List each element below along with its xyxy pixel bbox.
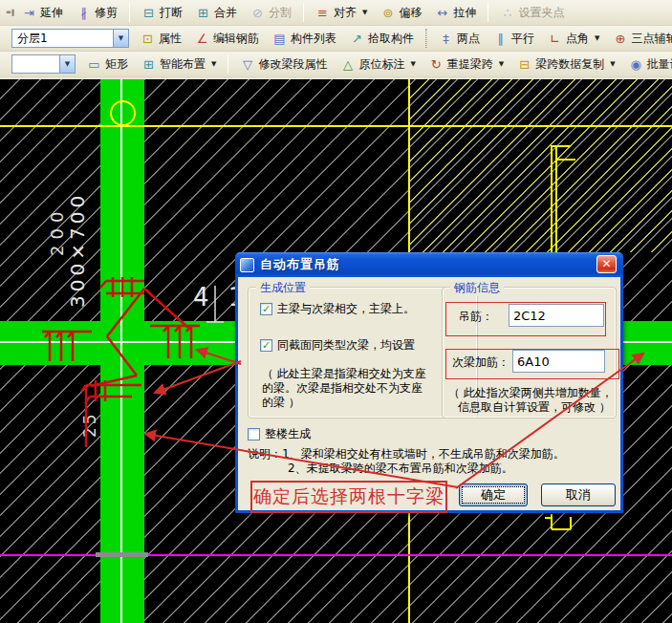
modify-beam-button[interactable]: ▽修改梁段属性 xyxy=(234,54,333,75)
close-icon[interactable]: ✕ xyxy=(596,255,617,273)
insitu-label-label: 原位标注 xyxy=(358,56,404,73)
offset-button[interactable]: ⊚偏移 xyxy=(375,2,427,24)
properties-icon: ⊡ xyxy=(141,32,155,46)
layer-combobox-value: 分层1 xyxy=(11,29,113,48)
component-list-icon: ▤ xyxy=(272,32,287,46)
dialog-titlebar[interactable]: 自动布置吊筋 xyxy=(235,252,623,277)
component-list-label: 构件列表 xyxy=(291,31,336,47)
two-points-icon: ‡ xyxy=(439,32,453,46)
main-secondary-intersect-checkbox[interactable]: ✓ xyxy=(260,303,272,315)
re-extract-span-icon: ↻ xyxy=(429,57,444,72)
offset-icon: ⊚ xyxy=(380,6,395,20)
separator xyxy=(228,54,228,74)
modify-beam-label: 修改梁段属性 xyxy=(258,56,327,73)
copy-span-data-button[interactable]: ⊟梁跨数据复制▼ xyxy=(511,54,620,75)
modify-beam-icon: ▽ xyxy=(240,57,254,72)
properties-button[interactable]: ⊡属性 xyxy=(135,28,187,50)
app-window: =‖ ⇥延伸 ∦修剪 ⊟打断 ⊞合并 ⊘分割 ≡对齐▼ ⊚偏移 ↔拉伸 ∴设置夹… xyxy=(0,0,672,623)
set-grip-icon: ∴ xyxy=(500,6,514,20)
point-angle-icon: ∟ xyxy=(548,32,562,46)
split-icon: ⊘ xyxy=(250,6,265,20)
two-points-button[interactable]: ‡两点 xyxy=(433,28,486,50)
slab-hatch-yellow xyxy=(409,79,672,252)
layer-combobox[interactable]: 分层1 ▼ xyxy=(11,29,129,48)
auto-hanging-rebar-dialog: 自动布置吊筋 ✕ 生成位置 ✓ 主梁与次梁相交，主梁上。 ✓ 同截面同类型次梁，… xyxy=(235,252,623,513)
dialog-note-line2: 2、未提取梁跨的梁不布置吊筋和次梁加筋。 xyxy=(288,461,513,477)
break-button[interactable]: ⊟打断 xyxy=(136,2,188,24)
toolbar-row-beam: ▼ ▼ ▭矩形 ⊞智能布置▼ ▽修改梁段属性 △原位标注▼ ↻重提梁跨▼ ⊟梁跨… xyxy=(0,52,672,77)
align-icon: ≡ xyxy=(315,6,330,20)
parallel-icon: ∥ xyxy=(493,32,508,46)
pick-component-label: 拾取构件 xyxy=(368,31,414,47)
smart-layout-icon: ⊞ xyxy=(141,57,156,72)
batch-identify-button[interactable]: ◉批量识别梁支座 xyxy=(623,54,672,75)
point-angle-label: 点角 xyxy=(566,31,589,47)
stretch-button[interactable]: ↔拉伸 xyxy=(429,2,482,24)
whole-building-label: 整楼生成 xyxy=(265,426,311,442)
re-extract-span-button[interactable]: ↻重提梁跨▼ xyxy=(423,54,509,75)
whole-building-checkbox-row: 整楼生成 xyxy=(248,426,311,442)
re-extract-span-label: 重提梁跨 xyxy=(447,56,493,73)
merge-icon: ⊞ xyxy=(196,6,210,20)
rectangle-label: 矩形 xyxy=(105,56,128,73)
batch-identify-label: 批量识别梁支座 xyxy=(647,56,672,73)
smart-layout-button[interactable]: ⊞智能布置▼ xyxy=(136,54,222,75)
copy-span-data-icon: ⊟ xyxy=(517,57,531,72)
same-section-label: 同截面同类型次梁，均设置 xyxy=(277,337,415,354)
pick-component-icon: ↗ xyxy=(350,32,364,46)
properties-label: 属性 xyxy=(159,31,182,47)
trim-button[interactable]: ∦修剪 xyxy=(71,2,123,24)
extend-button[interactable]: ⇥延伸 xyxy=(16,2,69,24)
dialog-icon xyxy=(240,258,254,272)
ok-button[interactable]: 确定 xyxy=(459,483,528,506)
toolbar-row-component: ▼ 分层1 ▼ ⊡属性 ∠编辑钢筋 ▤构件列表 ↗拾取构件 ‡两点 ∥平行 ∟点… xyxy=(0,26,672,52)
merge-label: 合并 xyxy=(214,5,237,21)
gray-beam-overlap-segment xyxy=(96,552,148,557)
edit-rebar-button[interactable]: ∠编辑钢筋 xyxy=(189,28,265,50)
cancel-button[interactable]: 取消 xyxy=(541,483,616,506)
separator xyxy=(425,29,427,48)
chevron-down-icon: ▼ xyxy=(410,60,415,68)
insitu-label-icon: △ xyxy=(340,57,355,72)
secondary-rebar-field-label: 次梁加筋： xyxy=(452,354,509,371)
hanging-rebar-input[interactable] xyxy=(509,304,604,327)
dialog-title: 自动布置吊筋 xyxy=(260,256,340,273)
three-point-axis-button[interactable]: ⊕三点辅轴▼ xyxy=(607,28,672,50)
parallel-label: 平行 xyxy=(511,31,534,47)
split-button[interactable]: ⊘分割 xyxy=(245,2,297,24)
smart-layout-label: 智能布置 xyxy=(160,56,206,73)
split-label: 分割 xyxy=(269,5,292,21)
trim-icon: ∦ xyxy=(76,6,91,20)
vertical-beam-centerline xyxy=(120,79,122,623)
same-section-checkbox-row: ✓ 同截面同类型次梁，均设置 xyxy=(260,337,415,354)
combo-arrow-icon[interactable]: ▼ xyxy=(113,29,129,48)
main-secondary-intersect-label: 主梁与次梁相交，主梁上。 xyxy=(277,301,415,317)
break-label: 打断 xyxy=(160,5,183,21)
chevron-down-icon: ▼ xyxy=(211,60,216,68)
break-icon: ⊟ xyxy=(141,6,156,20)
stretch-label: 拉伸 xyxy=(453,5,476,21)
set-grip-button[interactable]: ∴设置夹点 xyxy=(494,2,570,24)
chevron-down-icon: ▼ xyxy=(610,60,615,68)
rebar-info-group: 钢筋信息 吊筋： 次梁加筋： （ 此处指次梁两侧共增加数量， 信息取自计算设置，… xyxy=(442,287,617,419)
separator xyxy=(303,3,304,22)
align-button[interactable]: ≡对齐▼ xyxy=(310,2,373,24)
gen-note-line3: 的梁 ） xyxy=(262,395,300,411)
stretch-icon: ↔ xyxy=(435,6,449,20)
secondary-rebar-input[interactable] xyxy=(512,350,605,373)
empty-combobox-value xyxy=(11,54,59,74)
insitu-label-button[interactable]: △原位标注▼ xyxy=(335,54,421,75)
separator xyxy=(488,3,488,22)
same-section-checkbox[interactable]: ✓ xyxy=(260,339,272,352)
pick-component-button[interactable]: ↗拾取构件 xyxy=(344,28,420,50)
point-angle-button[interactable]: ∟点角▼ xyxy=(542,28,605,50)
parallel-button[interactable]: ∥平行 xyxy=(488,28,540,50)
rectangle-icon: ▭ xyxy=(87,57,101,72)
combo-arrow-icon[interactable]: ▼ xyxy=(59,54,76,74)
chevron-down-icon: ▼ xyxy=(595,34,599,42)
component-list-button[interactable]: ▤构件列表 xyxy=(267,28,342,50)
merge-button[interactable]: ⊞合并 xyxy=(190,2,243,24)
rectangle-button[interactable]: ▭矩形 xyxy=(81,54,134,75)
whole-building-checkbox[interactable] xyxy=(248,428,260,440)
empty-combobox[interactable]: ▼ xyxy=(11,54,76,74)
